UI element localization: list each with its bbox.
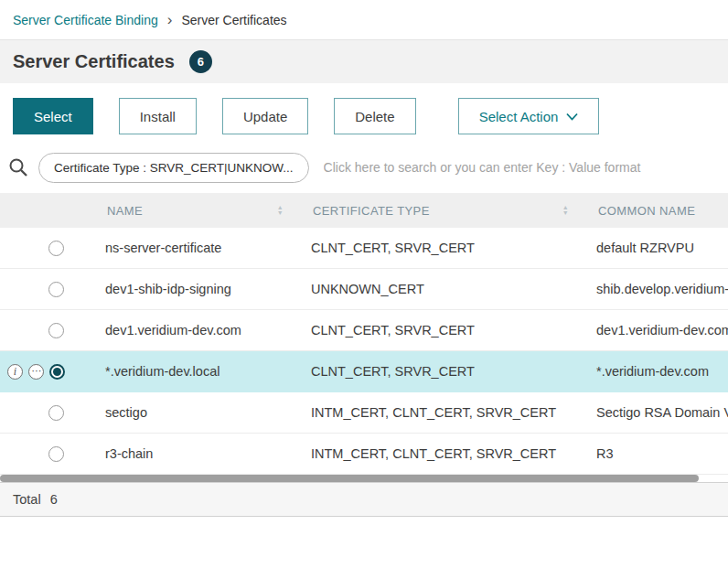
cell-certificate-type: CLNT_CERT, SRVR_CERT <box>294 364 580 379</box>
table-footer: Total 6 <box>0 482 728 517</box>
breadcrumb-link[interactable]: Server Certificate Binding <box>13 13 158 27</box>
chevron-down-icon <box>566 113 578 121</box>
header-common-name[interactable]: COMMON NAME <box>580 193 728 228</box>
search-icon[interactable] <box>7 156 29 178</box>
table-row: r3-chain INTM_CERT, CLNT_CERT, SRVR_CERT… <box>0 434 728 475</box>
total-value: 6 <box>50 492 58 507</box>
cell-common-name: R3 <box>580 446 728 461</box>
page-title: Server Certificates <box>13 51 175 72</box>
toolbar: Select Install Update Delete Select Acti… <box>0 98 728 134</box>
cell-certificate-type: CLNT_CERT, SRVR_CERT <box>294 241 580 255</box>
total-label: Total <box>13 492 41 507</box>
count-badge: 6 <box>189 50 212 73</box>
row-radio[interactable] <box>48 323 64 338</box>
page-header: Server Certificates 6 <box>0 40 728 83</box>
breadcrumb-current: Server Certificates <box>181 13 286 27</box>
horizontal-scrollbar[interactable] <box>0 475 699 482</box>
cell-name: *.veridium-dev.local <box>89 364 294 379</box>
ellipsis-icon[interactable]: ⋯ <box>28 364 44 380</box>
cell-name: ns-server-certificate <box>89 241 294 255</box>
row-radio[interactable] <box>48 241 64 256</box>
table-row: ns-server-certificate CLNT_CERT, SRVR_CE… <box>0 228 728 269</box>
select-button[interactable]: Select <box>13 98 93 134</box>
row-radio[interactable] <box>49 364 65 380</box>
cell-certificate-type: INTM_CERT, CLNT_CERT, SRVR_CERT <box>294 446 580 461</box>
row-radio[interactable] <box>48 282 64 297</box>
sort-icon: ▲▼ <box>562 205 569 216</box>
sort-icon: ▲▼ <box>277 205 284 216</box>
cell-name: r3-chain <box>89 446 294 461</box>
cell-certificate-type: UNKNOWN_CERT <box>294 282 580 296</box>
cell-name: dev1-shib-idp-signing <box>89 282 294 296</box>
cell-name: dev1.veridium-dev.com <box>89 323 294 338</box>
table-row: dev1.veridium-dev.com CLNT_CERT, SRVR_CE… <box>0 310 728 351</box>
breadcrumb: Server Certificate Binding › Server Cert… <box>0 0 728 40</box>
cell-common-name: default RZRVPU <box>580 241 728 255</box>
table-header: NAME ▲▼ CERTIFICATE TYPE ▲▼ COMMON NAME <box>0 193 728 228</box>
header-certificate-type[interactable]: CERTIFICATE TYPE ▲▼ <box>294 193 580 228</box>
install-button[interactable]: Install <box>119 98 197 134</box>
table-row: sectigo INTM_CERT, CLNT_CERT, SRVR_CERT … <box>0 392 728 434</box>
table-row: dev1-shib-idp-signing UNKNOWN_CERT shib.… <box>0 269 728 310</box>
row-radio[interactable] <box>48 446 64 462</box>
delete-button[interactable]: Delete <box>334 98 415 134</box>
row-radio[interactable] <box>48 405 64 421</box>
info-icon[interactable]: i <box>7 364 23 380</box>
cell-name: sectigo <box>89 405 294 420</box>
filter-chip[interactable]: Certificate Type : SRVR_CERT|UNKNOW... <box>38 153 309 183</box>
breadcrumb-separator-icon: › <box>167 12 173 27</box>
cell-common-name: dev1.veridium-dev.com <box>580 323 728 338</box>
table-row-selected: i ⋯ *.veridium-dev.local CLNT_CERT, SRVR… <box>0 351 728 392</box>
select-action-button[interactable]: Select Action <box>458 98 600 134</box>
cell-common-name: shib.develop.veridium-d <box>580 282 728 296</box>
search-input[interactable] <box>324 160 728 175</box>
select-action-label: Select Action <box>479 109 559 124</box>
header-name[interactable]: NAME ▲▼ <box>89 193 294 228</box>
update-button[interactable]: Update <box>222 98 308 134</box>
cell-certificate-type: CLNT_CERT, SRVR_CERT <box>294 323 580 338</box>
certificates-table: NAME ▲▼ CERTIFICATE TYPE ▲▼ COMMON NAME … <box>0 193 728 475</box>
cell-certificate-type: INTM_CERT, CLNT_CERT, SRVR_CERT <box>294 405 580 420</box>
cell-common-name: *.veridium-dev.com <box>580 364 728 379</box>
search-bar: Certificate Type : SRVR_CERT|UNKNOW... <box>0 150 728 185</box>
cell-common-name: Sectigo RSA Domain Va <box>580 405 728 420</box>
